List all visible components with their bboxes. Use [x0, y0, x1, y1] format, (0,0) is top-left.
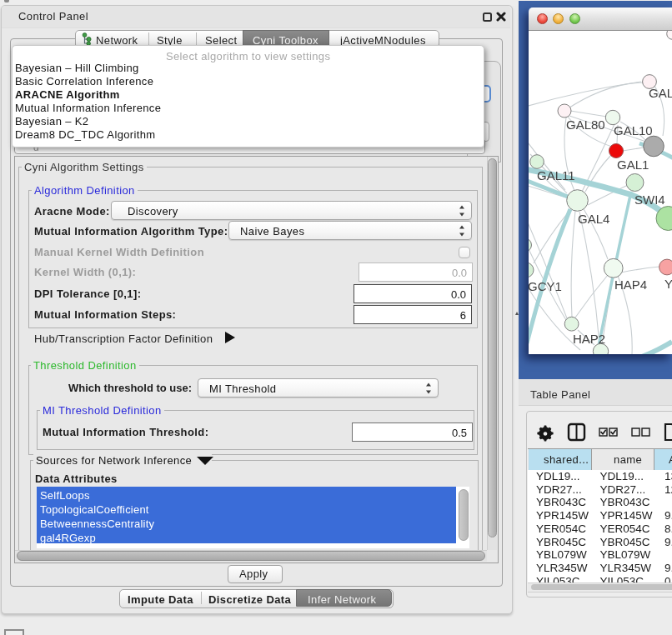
svg-text:GAL80: GAL80: [566, 118, 605, 132]
svg-text:GAL1: GAL1: [617, 158, 649, 172]
svg-text:SWI4: SWI4: [634, 192, 665, 207]
svg-text:HAP2: HAP2: [573, 332, 605, 346]
svg-text:GAL7: GAL7: [649, 86, 672, 100]
svg-text:Y: Y: [664, 277, 672, 291]
svg-text:GAL10: GAL10: [614, 123, 653, 138]
svg-text:GAL11: GAL11: [537, 168, 575, 182]
svg-text:GCY1: GCY1: [529, 279, 562, 293]
svg-text:HAP4: HAP4: [614, 278, 647, 292]
svg-text:GAL4: GAL4: [578, 212, 609, 226]
